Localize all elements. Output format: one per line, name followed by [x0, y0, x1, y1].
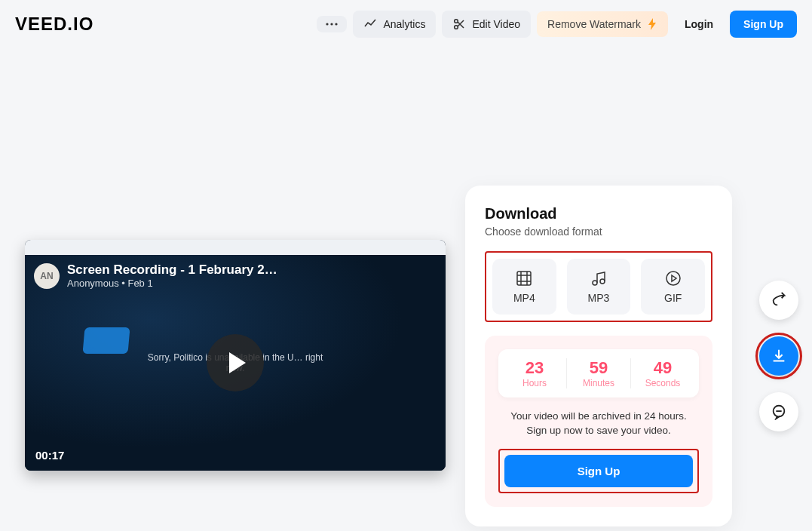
- signup-cta-label: Sign Up: [578, 465, 620, 477]
- video-date: Feb 1: [127, 278, 152, 289]
- signup-highlight: Sign Up: [498, 449, 699, 493]
- timer-hours-label: Hours: [503, 378, 566, 388]
- edit-label: Edit Video: [472, 18, 520, 30]
- share-button[interactable]: [759, 281, 798, 320]
- format-mp3-label: MP3: [588, 292, 610, 304]
- analytics-button[interactable]: Analytics: [353, 11, 436, 38]
- browser-chrome: [25, 240, 446, 255]
- video-meta: Anonymous • Feb 1: [67, 278, 277, 289]
- remove-watermark-button[interactable]: Remove Watermark: [537, 11, 668, 37]
- timer-hours-value: 23: [503, 358, 566, 378]
- download-button[interactable]: [759, 336, 798, 376]
- download-title: Download: [485, 205, 712, 223]
- play-icon: [229, 352, 246, 373]
- edit-video-button[interactable]: Edit Video: [442, 11, 531, 38]
- archive-box: 23 Hours 59 Minutes 49 Seconds Your vide…: [485, 336, 712, 507]
- svg-point-12: [593, 281, 597, 285]
- format-row: MP4 MP3 GIF: [485, 251, 712, 322]
- analytics-label: Analytics: [383, 18, 425, 30]
- share-icon: [771, 292, 787, 308]
- signup-header-label: Sign Up: [743, 18, 783, 30]
- format-gif-label: GIF: [664, 292, 682, 304]
- timer-hours: 23 Hours: [503, 358, 567, 388]
- side-rail: [759, 281, 798, 431]
- comment-icon: [771, 404, 787, 420]
- svg-point-0: [326, 23, 329, 25]
- header-actions: Analytics Edit Video Remove Watermark Lo…: [317, 11, 797, 38]
- signup-cta-button[interactable]: Sign Up: [504, 455, 693, 487]
- comment-button[interactable]: [759, 392, 798, 431]
- play-button[interactable]: [207, 334, 264, 391]
- login-button[interactable]: Login: [674, 11, 724, 37]
- archive-message: Your video will be archived in 24 hours.…: [498, 410, 699, 438]
- video-title: Screen Recording - 1 February 2…: [67, 262, 277, 278]
- app-header: VEED.IO Analytics Edit Video Remove Wate…: [0, 0, 812, 48]
- timer-minutes-label: Minutes: [567, 378, 630, 388]
- format-mp4-label: MP4: [513, 292, 535, 304]
- timer-minutes-value: 59: [567, 358, 630, 378]
- svg-point-13: [600, 279, 605, 284]
- download-panel: Download Choose download format MP4 MP3 …: [465, 186, 732, 526]
- svg-point-2: [336, 23, 338, 25]
- video-body: AN Screen Recording - 1 February 2… Anon…: [25, 255, 446, 471]
- timer-minutes: 59 Minutes: [567, 358, 631, 388]
- film-icon: [515, 269, 533, 287]
- archive-line1: Your video will be archived in 24 hours.: [510, 410, 687, 422]
- timer-seconds-label: Seconds: [631, 378, 694, 388]
- download-subtitle: Choose download format: [485, 226, 712, 238]
- avatar: AN: [34, 263, 60, 289]
- svg-marker-15: [672, 275, 676, 281]
- video-preview: AN Screen Recording - 1 February 2… Anon…: [25, 240, 446, 471]
- format-gif[interactable]: GIF: [641, 259, 705, 315]
- scissors-icon: [452, 17, 466, 31]
- video-author: Anonymous: [67, 278, 119, 289]
- video-timestamp: 00:17: [35, 449, 64, 462]
- more-icon: [326, 23, 338, 26]
- svg-point-14: [666, 272, 680, 285]
- logo[interactable]: VEED.IO: [15, 14, 93, 35]
- map-shape: [82, 327, 130, 354]
- bolt-icon: [647, 18, 657, 30]
- gif-icon: [664, 269, 682, 287]
- svg-point-1: [331, 23, 333, 25]
- download-icon: [771, 348, 787, 364]
- archive-line2: Sign up now to save your video.: [526, 425, 670, 436]
- more-button[interactable]: [317, 16, 347, 32]
- timer-card: 23 Hours 59 Minutes 49 Seconds: [498, 349, 699, 397]
- video-header: AN Screen Recording - 1 February 2… Anon…: [34, 262, 437, 289]
- svg-rect-7: [517, 272, 531, 285]
- format-mp3[interactable]: MP3: [567, 259, 631, 315]
- timer-seconds-value: 49: [631, 358, 694, 378]
- signup-header-button[interactable]: Sign Up: [730, 11, 797, 38]
- remove-label: Remove Watermark: [547, 18, 641, 30]
- music-icon: [590, 269, 608, 287]
- login-label: Login: [685, 18, 713, 30]
- timer-seconds: 49 Seconds: [631, 358, 694, 388]
- analytics-icon: [363, 17, 377, 31]
- format-mp4[interactable]: MP4: [492, 259, 556, 315]
